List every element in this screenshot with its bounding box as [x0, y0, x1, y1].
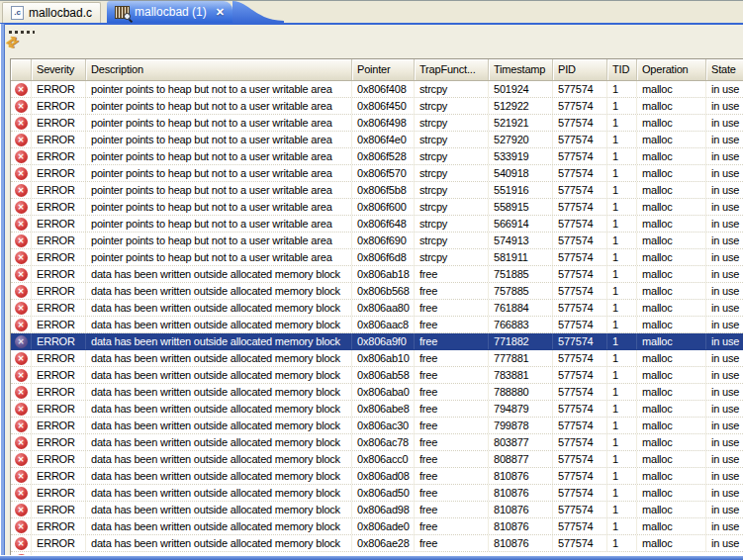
severity-icon-cell: ✕ [11, 384, 32, 400]
column-header-pointer[interactable]: Pointer [352, 59, 415, 80]
timestamp-cell: 810876 [489, 518, 553, 534]
table-row[interactable]: ✕ ERROR pointer points to heap but not t… [11, 233, 743, 249]
table-row[interactable]: ✕ ERROR data has been written outside al… [11, 384, 743, 401]
severity-cell: ERROR [32, 367, 86, 383]
error-icon: ✕ [15, 201, 28, 214]
table-row[interactable]: ✕ ERROR pointer points to heap but not t… [11, 249, 743, 266]
column-header-operation[interactable]: Operation [637, 59, 706, 80]
trapfunction-cell: strcpy [415, 233, 489, 248]
table-row[interactable]: ✕ ERROR data has been written outside al… [11, 266, 743, 283]
table-row[interactable]: ✕ ERROR data has been written outside al… [11, 401, 743, 418]
c-file-icon: .c [11, 6, 24, 20]
tab-label: mallocbad.c [29, 6, 92, 20]
severity-cell: ERROR [32, 81, 86, 97]
table-row[interactable]: ✕ ERROR data has been written outside al… [11, 367, 743, 384]
pointer-cell: 0x806aa80 [352, 300, 415, 316]
tab-label: mallocbad (1) [135, 5, 207, 19]
operation-cell: malloc [637, 148, 706, 164]
severity-icon-cell: ✕ [11, 367, 32, 383]
operation-cell: malloc [637, 350, 706, 366]
severity-icon-cell: ✕ [11, 401, 32, 417]
pointer-cell: 0x806f648 [352, 216, 415, 232]
table-row-partial[interactable]: ✕ [11, 552, 743, 555]
operation-cell: malloc [637, 233, 706, 248]
column-header-description[interactable]: Description [86, 59, 352, 80]
table-row[interactable]: ✕ ERROR data has been written outside al… [11, 485, 743, 502]
table-row[interactable]: ✕ ERROR data has been written outside al… [11, 350, 743, 367]
table-row[interactable]: ✕ ERROR pointer points to heap but not t… [11, 81, 743, 98]
severity-icon-cell: ✕ [11, 451, 32, 467]
table-row[interactable]: ✕ ERROR pointer points to heap but not t… [11, 216, 743, 233]
table-row[interactable]: ✕ ERROR data has been written outside al… [11, 418, 743, 434]
column-header-tid[interactable]: TID [607, 59, 637, 80]
severity-icon-cell: ✕ [11, 518, 32, 534]
close-icon[interactable]: ✕ [216, 6, 225, 19]
pid-cell: 577574 [553, 249, 607, 265]
operation-cell: malloc [637, 98, 706, 114]
tab-mallocbad-1[interactable]: mallocbad (1) ✕ [107, 1, 232, 23]
state-cell: in use [706, 283, 743, 299]
trapfunction-cell: free [415, 266, 489, 282]
tab-mallocbad-c[interactable]: .c mallocbad.c [2, 2, 101, 23]
table-row[interactable]: ✕ ERROR pointer points to heap but not t… [11, 182, 743, 199]
table-row[interactable]: ✕ ERROR pointer points to heap but not t… [11, 132, 743, 148]
column-header-pid[interactable]: PID [553, 59, 607, 80]
tid-cell: 1 [607, 333, 637, 349]
severity-icon-cell: ✕ [11, 148, 32, 164]
severity-icon-cell: ✕ [11, 199, 32, 215]
severity-cell: ERROR [32, 434, 86, 450]
table-header-row: Severity Description Pointer TrapFunct..… [11, 59, 743, 81]
description-cell: data has been written outside allocated … [86, 266, 352, 282]
tid-cell: 1 [607, 502, 637, 517]
timestamp-cell: 574913 [489, 233, 553, 248]
severity-cell: ERROR [32, 132, 86, 147]
trapfunction-cell: strcpy [415, 199, 489, 215]
error-icon: ✕ [15, 251, 28, 264]
error-icon: ✕ [15, 520, 28, 533]
column-header-trapfunction[interactable]: TrapFunct... [415, 59, 489, 80]
table-row[interactable]: ✕ ERROR data has been written outside al… [11, 451, 743, 468]
error-icon: ✕ [15, 352, 28, 365]
timestamp-cell: 810876 [489, 535, 553, 551]
table-row[interactable]: ✕ ERROR pointer points to heap but not t… [11, 98, 743, 115]
table-row[interactable]: ✕ ERROR data has been written outside al… [11, 317, 743, 333]
pid-cell: 577574 [553, 199, 607, 215]
column-header-timestamp[interactable]: Timestamp [489, 59, 553, 80]
tid-cell: 1 [607, 216, 637, 232]
trapfunction-cell: free [415, 451, 489, 467]
state-cell: in use [706, 434, 743, 450]
sync-arrows-icon[interactable]: ⇄ [2, 32, 21, 51]
column-header-state[interactable]: State [706, 59, 743, 80]
pid-cell: 577574 [553, 283, 607, 299]
pointer-cell: 0x806f4e0 [352, 132, 415, 147]
column-header-icon[interactable] [11, 59, 32, 80]
trapfunction-cell: strcpy [415, 216, 489, 232]
tid-cell: 1 [607, 132, 637, 147]
error-icon: ✕ [15, 420, 28, 432]
table-row[interactable]: ✕ ERROR data has been written outside al… [11, 518, 743, 535]
table-row[interactable]: ✕ ERROR data has been written outside al… [11, 535, 743, 552]
state-cell: in use [706, 418, 743, 433]
table-row[interactable]: ✕ ERROR data has been written outside al… [11, 434, 743, 451]
table-row[interactable]: ✕ ERROR data has been written outside al… [11, 333, 743, 350]
description-cell: pointer points to heap but not to a user… [86, 182, 352, 198]
trapfunction-cell: free [415, 367, 489, 383]
pointer-cell: 0x806ab58 [352, 367, 415, 383]
column-header-severity[interactable]: Severity [32, 59, 86, 80]
table-row[interactable]: ✕ ERROR pointer points to heap but not t… [11, 148, 743, 165]
operation-cell: malloc [637, 451, 706, 467]
severity-icon-cell: ✕ [11, 283, 32, 299]
operation-cell: malloc [637, 333, 706, 349]
table-row[interactable]: ✕ ERROR pointer points to heap but not t… [11, 115, 743, 132]
pointer-cell: 0x806ade0 [352, 518, 415, 534]
tab-swoosh [232, 1, 284, 23]
table-row[interactable]: ✕ ERROR pointer points to heap but not t… [11, 199, 743, 216]
table-row[interactable]: ✕ ERROR data has been written outside al… [11, 468, 743, 485]
table-row[interactable]: ✕ ERROR pointer points to heap but not t… [11, 165, 743, 182]
severity-cell: ERROR [32, 451, 86, 467]
table-row[interactable]: ✕ ERROR data has been written outside al… [11, 502, 743, 518]
pid-cell: 577574 [553, 535, 607, 551]
table-row[interactable]: ✕ ERROR data has been written outside al… [11, 283, 743, 300]
table-row[interactable]: ✕ ERROR data has been written outside al… [11, 300, 743, 317]
operation-cell: malloc [637, 518, 706, 534]
